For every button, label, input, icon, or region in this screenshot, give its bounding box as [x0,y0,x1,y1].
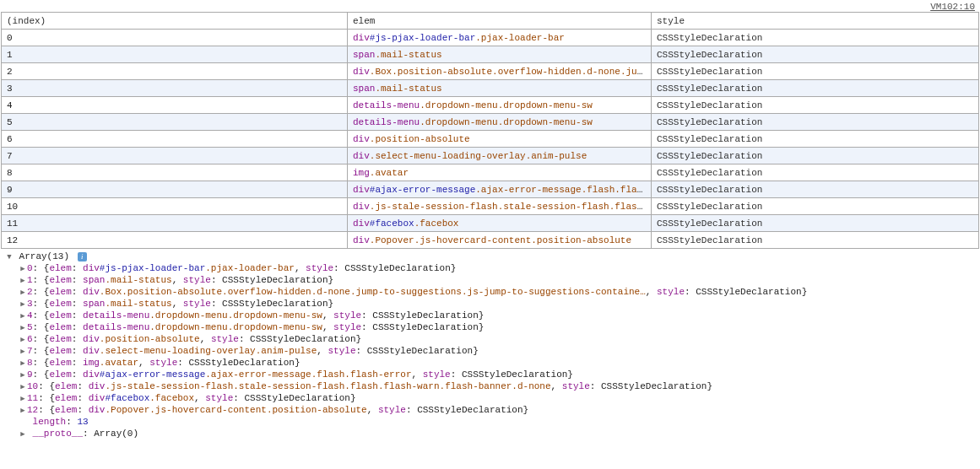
col-style[interactable]: style [652,13,979,30]
cell-style: CSSStyleDeclaration [652,215,979,232]
cell-index: 0 [2,30,348,46]
cell-style: CSSStyleDeclaration [652,63,979,80]
array-root[interactable]: Array(13) i [0,251,980,262]
table-row[interactable]: 4details-menu.dropdown-menu.dropdown-men… [2,97,979,114]
array-entry[interactable]: 1: {elem: span.mail-status, style: CSSSt… [14,274,980,286]
info-icon[interactable]: i [78,252,87,261]
array-entry[interactable]: 4: {elem: details-menu.dropdown-menu.dro… [14,310,980,321]
array-entry[interactable]: 11: {elem: div#facebox.facebox, style: C… [14,392,980,404]
cell-index: 11 [2,215,348,232]
disclosure-triangle-icon[interactable] [19,406,27,415]
table-row[interactable]: 11div#facebox.faceboxCSSStyleDeclaration [2,215,979,232]
cell-index: 8 [2,164,348,181]
col-index[interactable]: (index) [2,13,348,30]
table-row[interactable]: 0div#js-pjax-loader-bar.pjax-loader-barC… [2,30,979,46]
array-length[interactable]: length: 13 [14,416,980,428]
array-entry[interactable]: 10: {elem: div.js-stale-session-flash.st… [14,380,980,392]
array-entry[interactable]: 12: {elem: div.Popover.js-hovercard-cont… [14,404,980,416]
col-elem[interactable]: elem [348,13,652,30]
cell-elem: details-menu.dropdown-menu.dropdown-menu… [348,114,652,131]
table-row[interactable]: 5details-menu.dropdown-menu.dropdown-men… [2,114,979,131]
cell-index: 2 [2,63,348,80]
array-proto[interactable]: __proto__: Array(0) [14,428,980,439]
cell-elem: div.position-absolute [348,131,652,148]
cell-index: 9 [2,181,348,198]
cell-elem: div.js-stale-session-flash.stale-session… [348,198,652,215]
disclosure-triangle-icon[interactable] [19,276,27,285]
array-entry[interactable]: 5: {elem: details-menu.dropdown-menu.dro… [14,321,980,333]
array-entry[interactable]: 8: {elem: img.avatar, style: CSSStyleDec… [14,357,980,369]
disclosure-triangle-icon[interactable] [19,429,27,439]
cell-index: 5 [2,114,348,131]
disclosure-triangle-icon[interactable] [19,382,27,391]
cell-style: CSSStyleDeclaration [652,181,979,198]
cell-elem: div.Box.position-absolute.overflow-hidde… [348,63,652,80]
cell-elem: span.mail-status [348,46,652,63]
disclosure-triangle-icon[interactable] [19,370,27,380]
source-link-row: VM102:10 [0,0,980,12]
disclosure-triangle-icon[interactable] [19,347,27,356]
table-row[interactable]: 6div.position-absoluteCSSStyleDeclaratio… [2,131,979,148]
console-table: (index) elem style 0div#js-pjax-loader-b… [1,12,979,249]
disclosure-triangle-icon[interactable] [5,253,14,261]
cell-elem: div#ajax-error-message.ajax-error-messag… [348,181,652,198]
table-row[interactable]: 1span.mail-statusCSSStyleDeclaration [2,46,979,63]
cell-index: 12 [2,232,348,249]
table-row[interactable]: 9div#ajax-error-message.ajax-error-messa… [2,181,979,198]
disclosure-triangle-icon[interactable] [19,288,27,297]
table-row[interactable]: 10div.js-stale-session-flash.stale-sessi… [2,198,979,215]
disclosure-triangle-icon[interactable] [19,323,27,332]
object-tree: Array(13) i 0: {elem: div#js-pjax-loader… [0,249,980,443]
cell-index: 7 [2,148,348,164]
cell-elem: span.mail-status [348,80,652,97]
disclosure-triangle-icon[interactable] [19,264,27,273]
cell-index: 4 [2,97,348,114]
cell-elem: div#facebox.facebox [348,215,652,232]
cell-style: CSSStyleDeclaration [652,80,979,97]
cell-style: CSSStyleDeclaration [652,148,979,164]
disclosure-triangle-icon[interactable] [19,358,27,368]
disclosure-triangle-icon[interactable] [19,299,27,309]
cell-index: 6 [2,131,348,148]
disclosure-triangle-icon[interactable] [19,335,27,344]
array-entry[interactable]: 0: {elem: div#js-pjax-loader-bar.pjax-lo… [14,262,980,274]
cell-style: CSSStyleDeclaration [652,232,979,249]
array-entry[interactable]: 9: {elem: div#ajax-error-message.ajax-er… [14,369,980,380]
array-entry[interactable]: 2: {elem: div.Box.position-absolute.over… [14,286,980,298]
cell-style: CSSStyleDeclaration [652,198,979,215]
cell-style: CSSStyleDeclaration [652,97,979,114]
cell-elem: div.Popover.js-hovercard-content.positio… [348,232,652,249]
disclosure-triangle-icon[interactable] [19,311,27,321]
array-entry[interactable]: 6: {elem: div.position-absolute, style: … [14,333,980,345]
array-entry[interactable]: 7: {elem: div.select-menu-loading-overla… [14,345,980,357]
cell-style: CSSStyleDeclaration [652,30,979,46]
cell-index: 3 [2,80,348,97]
cell-elem: div#js-pjax-loader-bar.pjax-loader-bar [348,30,652,46]
table-row[interactable]: 7div.select-menu-loading-overlay.anim-pu… [2,148,979,164]
array-entry[interactable]: 3: {elem: span.mail-status, style: CSSSt… [14,298,980,310]
source-link[interactable]: VM102:10 [930,2,975,12]
disclosure-triangle-icon[interactable] [19,394,27,403]
cell-style: CSSStyleDeclaration [652,114,979,131]
cell-elem: div.select-menu-loading-overlay.anim-pul… [348,148,652,164]
table-row[interactable]: 12div.Popover.js-hovercard-content.posit… [2,232,979,249]
cell-elem: details-menu.dropdown-menu.dropdown-menu… [348,97,652,114]
cell-style: CSSStyleDeclaration [652,131,979,148]
table-row[interactable]: 8img.avatarCSSStyleDeclaration [2,164,979,181]
table-row[interactable]: 3span.mail-statusCSSStyleDeclaration [2,80,979,97]
table-header-row: (index) elem style [2,13,979,30]
cell-elem: img.avatar [348,164,652,181]
cell-style: CSSStyleDeclaration [652,46,979,63]
cell-index: 10 [2,198,348,215]
cell-style: CSSStyleDeclaration [652,164,979,181]
table-row[interactable]: 2div.Box.position-absolute.overflow-hidd… [2,63,979,80]
cell-index: 1 [2,46,348,63]
